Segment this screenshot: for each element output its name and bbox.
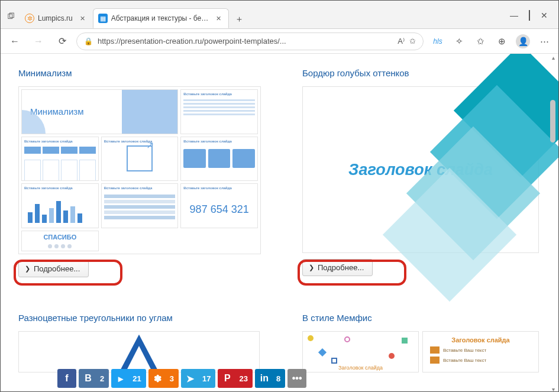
new-tab-button[interactable]: ＋ (231, 11, 248, 27)
slide-caption: Заголовок слайда (303, 365, 418, 371)
svg-rect-1 (9, 13, 14, 18)
vertical-scrollbar[interactable]: ▴ ▾ (549, 54, 557, 392)
slide-header: Вставьте заголовок слайда (24, 140, 73, 143)
template-gallery: Минимализм Минимализм Вставьте заголовок… (1, 54, 558, 392)
tab-title: Абстракция и текстуры - беспл (111, 14, 209, 22)
refresh-button[interactable]: ⟳ (53, 32, 72, 51)
share-pinterest[interactable]: P23 (218, 369, 252, 388)
template-card-triangles: Разноцветные треугольники по углам (18, 313, 261, 372)
favicon-icon: ▦ (98, 14, 108, 23)
page-viewport: Минимализм Минимализм Вставьте заголовок… (1, 54, 558, 392)
more-icon: ••• (287, 369, 306, 388)
more-button[interactable]: ❯ Подробнее... (302, 259, 373, 276)
template-card-minimalism: Минимализм Минимализм Вставьте заголовок… (18, 68, 261, 277)
template-title[interactable]: Разноцветные треугольники по углам (18, 313, 261, 323)
share-vk[interactable]: B2 (79, 369, 109, 388)
chevron-right-icon: ❯ (309, 264, 314, 271)
slide-line: Вставьте Ваш текст (430, 357, 531, 364)
slide-title: Заголовок слайда (425, 336, 536, 344)
favicon-icon: ✲ (25, 14, 34, 23)
browser-tab-strip: ✲ Lumpics.ru ✕ ▦ Абстракция и текстуры -… (1, 1, 558, 29)
more-button[interactable]: ❯ Подробнее... (18, 260, 89, 277)
slide-header: Вставьте заголовок слайда (183, 92, 232, 96)
share-count: 2 (98, 374, 109, 383)
favorite-star-icon[interactable]: ✩ (409, 37, 416, 46)
close-window-button[interactable]: ✕ (541, 11, 548, 20)
share-count: 17 (200, 374, 215, 383)
more-button-label: Подробнее... (34, 264, 80, 273)
slide-header: Вставьте заголовок слайда (183, 140, 232, 143)
minimize-button[interactable]: — (510, 11, 518, 20)
template-title[interactable]: В стиле Мемфис (302, 313, 539, 323)
template-card-blue-border: Бордюр голубых оттенков Заголовок слайда… (302, 68, 539, 277)
pinterest-icon: P (218, 369, 237, 388)
browser-toolbar: ← → ⟳ 🔒 https://presentation-creation.ru… (1, 29, 558, 54)
share-more[interactable]: ••• (287, 369, 306, 388)
menu-icon[interactable]: ⋯ (537, 34, 551, 48)
slide-header: Вставьте заголовок слайда (183, 186, 232, 190)
window-controls: — ✕ (510, 11, 548, 20)
template-preview[interactable] (18, 331, 260, 372)
site-lock-icon[interactable]: 🔒 (84, 37, 93, 46)
maximize-button[interactable] (529, 11, 530, 20)
facebook-icon: f (57, 369, 76, 388)
template-title[interactable]: Минимализм (18, 68, 261, 78)
share-count: 8 (274, 374, 285, 383)
template-preview[interactable]: Заголовок слайда Заголовок слайда Вставь… (302, 331, 539, 372)
profile-avatar[interactable]: 👤 (516, 34, 530, 48)
thanks-label: СПАСИБО (43, 234, 76, 241)
share-ok[interactable]: ✽3 (148, 369, 179, 388)
slide-line: Вставьте Ваш текст (430, 346, 531, 354)
share-linkedin[interactable]: in8 (255, 369, 285, 388)
close-tab-icon[interactable]: ✕ (212, 15, 221, 22)
svg-rect-0 (8, 14, 12, 19)
telegram-icon: ➤ (181, 369, 200, 388)
slide-header: Вставьте заголовок слайда (104, 186, 153, 190)
back-button[interactable]: ← (5, 32, 24, 51)
tab-presentation-creation[interactable]: ▦ Абстракция и текстуры - беспл ✕ (93, 8, 229, 28)
vk-icon: B (79, 369, 98, 388)
share-count: 3 (167, 374, 179, 383)
forward-button: → (29, 32, 48, 51)
close-tab-icon[interactable]: ✕ (76, 15, 85, 22)
social-share-bar: f B2 ▸21 ✽3 ➤17 P23 in8 ••• (57, 369, 306, 388)
url-text: https://presentation-creation.ru/powerpo… (98, 37, 393, 46)
big-number: 987 654 321 (183, 190, 255, 228)
tab-title: Lumpics.ru (38, 14, 73, 22)
favorites-icon[interactable]: ✩ (473, 34, 487, 48)
share-facebook[interactable]: f (57, 369, 76, 388)
read-aloud-button[interactable]: hls (431, 34, 445, 48)
ok-icon: ✽ (148, 369, 167, 388)
template-preview[interactable]: Заголовок слайда (302, 86, 539, 253)
slide-header: Вставьте заголовок слайда (24, 186, 73, 190)
scrollbar-thumb[interactable] (550, 100, 555, 142)
extensions-icon[interactable]: ✧ (452, 34, 466, 48)
slide-title: Минимализм (30, 106, 84, 116)
share-count: 21 (130, 374, 146, 383)
reader-mode-icon[interactable]: A⁾ (398, 37, 405, 46)
tab-lumpics[interactable]: ✲ Lumpics.ru ✕ (20, 8, 93, 28)
twitter-icon: ▸ (111, 369, 130, 388)
scroll-up-icon[interactable]: ▴ (549, 54, 557, 61)
share-telegram[interactable]: ➤17 (181, 369, 215, 388)
scroll-down-icon[interactable]: ▾ (549, 385, 557, 392)
more-button-label: Подробнее... (318, 263, 364, 272)
share-twitter[interactable]: ▸21 (111, 369, 146, 388)
chevron-right-icon: ❯ (25, 265, 30, 273)
template-preview[interactable]: Минимализм Вставьте заголовок слайда Вст… (18, 86, 261, 254)
share-count: 23 (237, 374, 252, 383)
tab-actions-icon[interactable] (8, 13, 15, 20)
linkedin-icon: in (255, 369, 274, 388)
template-card-memphis: В стиле Мемфис Заголовок слайда Заголово… (302, 313, 539, 372)
address-bar[interactable]: 🔒 https://presentation-creation.ru/power… (76, 33, 424, 50)
collections-icon[interactable]: ⊕ (495, 34, 509, 48)
